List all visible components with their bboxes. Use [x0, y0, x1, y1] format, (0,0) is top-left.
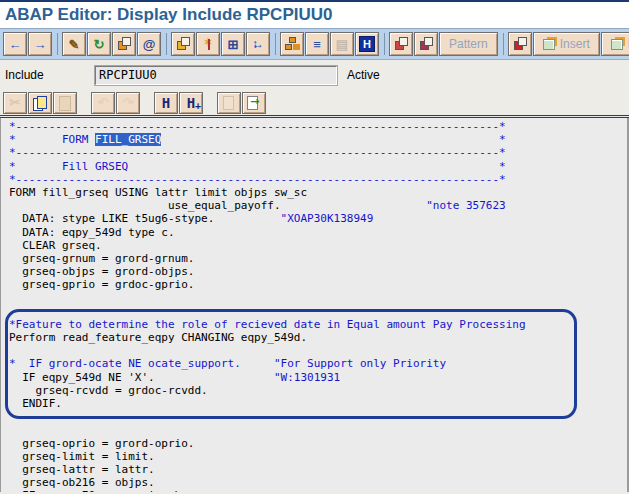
toolbar-separator [503, 33, 504, 55]
code-line: grseq-rcvdd = grdoc-rcvdd. [9, 384, 627, 397]
undo-icon: ↶ [98, 96, 109, 109]
object-hierarchy-button[interactable] [280, 32, 304, 56]
other-object-button[interactable]: @ [137, 32, 161, 56]
display-change-button[interactable]: ✎ [62, 32, 86, 56]
copy-object-icon [117, 37, 131, 51]
replace-button: Replace [601, 32, 629, 56]
copy-icon [33, 96, 47, 110]
code-line [9, 410, 627, 423]
forward-arrow-icon: → [34, 38, 47, 51]
binoculars-plus-icon: H [184, 96, 198, 110]
active-status: Active [347, 68, 380, 82]
toolbar-gap [141, 102, 154, 103]
binoculars-icon: H [159, 96, 173, 110]
undo-button: ↶ [91, 92, 115, 114]
runtime-icon [419, 37, 433, 51]
toolbar-separator [275, 33, 276, 55]
versions-button[interactable]: ≡ [305, 32, 329, 56]
navigation-arrows-icon: ↔ [251, 37, 265, 51]
code-line: grseq-lattr = lattr. [9, 463, 627, 476]
code-line: * IF grord-ocate NE ocate_support. "For … [9, 357, 627, 370]
code-line: * FORM FILL_GRSEQ * [9, 133, 627, 146]
code-line: use_equal_payoff. "note 357623 [9, 199, 627, 212]
code-line [9, 344, 627, 357]
forward-button[interactable]: → [28, 32, 52, 56]
code-line: grseq-ob216 = objps. [9, 476, 627, 489]
code-line: IF sw_sc EQ no_servicecharge [9, 489, 627, 492]
help-button[interactable]: H [355, 32, 379, 56]
scissors-icon: ✂ [10, 96, 21, 109]
refresh-icon: ↻ [94, 38, 105, 51]
code-lines[interactable]: *---------------------------------------… [9, 120, 627, 492]
code-line: grseq-oprio = grord-oprio. [9, 437, 627, 450]
magic-wand-icon: ✶ [201, 37, 215, 51]
modification-overview-button[interactable] [508, 32, 532, 56]
object-list-icon [394, 37, 408, 51]
code-line: grseq-grnum = grord-grnum. [9, 252, 627, 265]
redo-button: ↷ [116, 92, 140, 114]
table-list-icon: ▤ [336, 38, 348, 51]
insert-button-label: Insert [560, 37, 590, 51]
page-title: ABAP Editor: Display Include RPCPIUU0 [5, 5, 332, 25]
toolbar-separator [166, 33, 167, 55]
clipboard-icon [58, 96, 72, 110]
insert-button: Insert [533, 32, 600, 56]
code-line: ENDIF. [9, 397, 627, 410]
editor-toolbar: ✂↶↷HH [0, 90, 629, 115]
pattern-button-label: Pattern [449, 37, 488, 51]
include-input[interactable] [95, 66, 337, 85]
code-line: * Fill GRSEQ * [9, 160, 627, 173]
redo-icon: ↷ [123, 96, 134, 109]
code-line: FORM fill_grseq USING lattr limit objps … [9, 186, 627, 199]
toolbar-separator [57, 33, 58, 55]
code-line: grseq-objps = grord-objps. [9, 265, 627, 278]
code-line: grseq-limit = limit. [9, 450, 627, 463]
runtime-analysis-button[interactable] [414, 32, 438, 56]
code-line: *---------------------------------------… [9, 120, 627, 133]
code-line: DATA: stype LIKE t5ug6-stype. "XOAP30K13… [9, 212, 627, 225]
back-button[interactable]: ← [3, 32, 27, 56]
pencil-icon: ✎ [69, 38, 80, 51]
screen-painter-button[interactable]: ⊞ [221, 32, 245, 56]
toolbar-separator [384, 33, 385, 55]
code-line [9, 305, 627, 318]
code-line [9, 291, 627, 304]
title-bar: ABAP Editor: Display Include RPCPIUU0 [0, 0, 629, 29]
document-exit-icon [247, 96, 261, 110]
at-spiral-icon: @ [143, 38, 156, 51]
where-used-button[interactable] [171, 32, 195, 56]
screen-icon: ⊞ [228, 38, 239, 51]
toolbar-gap [204, 102, 217, 103]
back-arrow-icon: ← [9, 38, 22, 51]
code-line: *---------------------------------------… [9, 146, 627, 159]
abap-editor-window: ABAP Editor: Display Include RPCPIUU0 ←→… [0, 0, 629, 494]
find-button[interactable]: H [154, 92, 178, 114]
goto-button [217, 92, 241, 114]
copy-object-button[interactable] [112, 32, 136, 56]
code-line: grseq-gprio = grdoc-gprio. [9, 278, 627, 291]
include-bar: Include Active [0, 60, 629, 90]
hierarchy-icon [285, 37, 299, 51]
document-icon [222, 96, 236, 110]
code-line: IF eqpy_549d NE 'X'. "W:1301931 [9, 371, 627, 384]
refresh-button[interactable]: ↻ [87, 32, 111, 56]
code-line [9, 423, 627, 436]
code-editor[interactable]: *---------------------------------------… [0, 118, 629, 492]
code-line: *---------------------------------------… [9, 173, 627, 186]
stack-icon: ≡ [313, 38, 321, 51]
where-used-icon [176, 37, 190, 51]
code-line: DATA: eqpy_549d type c. [9, 226, 627, 239]
info-h-icon: H [359, 36, 375, 52]
pretty-printer-button[interactable]: ✶ [196, 32, 220, 56]
copy-button[interactable] [28, 92, 52, 114]
cut-button: ✂ [3, 92, 27, 114]
paste-button [53, 92, 77, 114]
pattern-button: Pattern [439, 32, 498, 56]
code-line: CLEAR grseq. [9, 239, 627, 252]
exit-button[interactable] [242, 92, 266, 114]
worklist-button: ▤ [330, 32, 354, 56]
navigate-button[interactable]: ↔ [246, 32, 270, 56]
display-object-list-button[interactable] [389, 32, 413, 56]
main-toolbar: ←→✎↻@✶⊞↔≡▤HPatternInsertReplace [0, 29, 629, 60]
find-next-button[interactable]: H [179, 92, 203, 114]
